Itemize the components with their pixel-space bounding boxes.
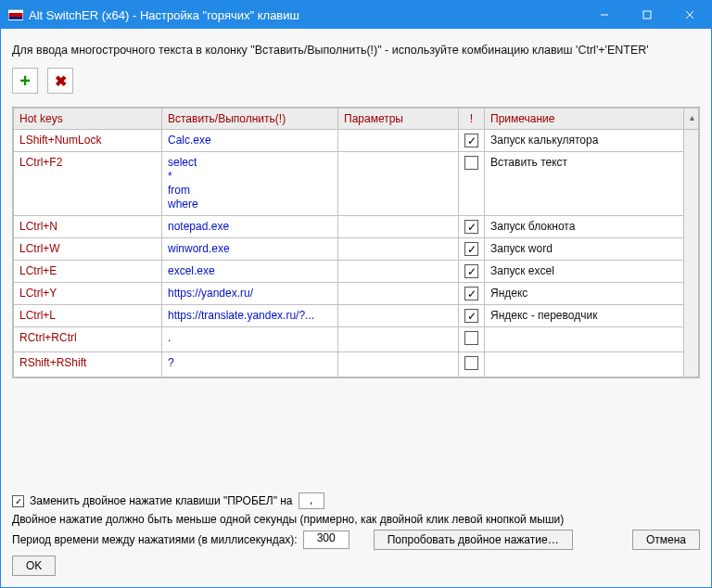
maximize-button[interactable] [626, 1, 668, 29]
vertical-scrollbar[interactable] [684, 130, 699, 377]
cell-insert[interactable]: https://yandex.ru/ [162, 283, 338, 305]
bang-checkbox[interactable] [464, 220, 478, 234]
cell-hotkey[interactable]: LCtrl+W [14, 238, 162, 261]
cell-insert[interactable]: Calc.exe [162, 130, 338, 152]
table-row[interactable]: LCtrl+Nnotepad.exeЗапуск блокнота [14, 216, 699, 238]
col-note[interactable]: Примечание [485, 109, 684, 130]
plus-icon: + [19, 70, 31, 92]
cell-note[interactable]: Яндекс - переводчик [485, 305, 684, 327]
cell-hotkey[interactable]: LShift+NumLock [14, 130, 162, 152]
cell-note[interactable]: Запуск калькулятора [485, 130, 684, 152]
cell-params[interactable] [338, 352, 459, 377]
cell-params[interactable] [338, 130, 459, 152]
close-button[interactable] [668, 1, 711, 29]
col-insert[interactable]: Вставить/Выполнить(!) [162, 109, 338, 130]
cell-note[interactable]: Запуск блокнота [485, 216, 684, 238]
cell-bang[interactable] [459, 283, 485, 305]
cell-insert[interactable]: select * from where [162, 152, 338, 216]
bang-checkbox[interactable] [464, 356, 478, 370]
cell-bang[interactable] [459, 130, 485, 152]
col-hotkeys[interactable]: Hot keys [14, 109, 162, 130]
bang-checkbox[interactable] [464, 287, 478, 300]
instruction-text: Для ввода многострочного текста в колонк… [12, 44, 700, 57]
cell-params[interactable] [338, 216, 459, 238]
bottom-panel: Заменить двойное нажатие клавиши "ПРОБЕЛ… [12, 481, 700, 576]
cell-insert[interactable]: ? [162, 352, 338, 377]
cell-params[interactable] [338, 305, 459, 327]
bang-checkbox[interactable] [464, 264, 478, 278]
replace-space-checkbox[interactable] [12, 495, 24, 507]
minimize-button[interactable] [583, 1, 626, 29]
try-double-press-button[interactable]: Попробовать двойное нажатие… [374, 530, 573, 550]
cell-bang[interactable] [459, 327, 485, 352]
cell-note[interactable]: Вставить текст [485, 152, 684, 216]
cell-params[interactable] [338, 152, 459, 216]
cell-note[interactable]: Яндекс [485, 283, 684, 305]
cell-bang[interactable] [459, 352, 485, 377]
cell-hotkey[interactable]: RCtrl+RCtrl [14, 327, 162, 352]
cell-insert[interactable]: . [162, 327, 338, 352]
add-button[interactable]: + [12, 68, 38, 94]
bang-checkbox[interactable] [464, 309, 478, 323]
cell-params[interactable] [338, 327, 459, 352]
cell-bang[interactable] [459, 305, 485, 327]
replace-space-input[interactable]: , [299, 492, 324, 509]
chevron-up-icon: ▴ [690, 112, 693, 122]
bang-checkbox[interactable] [464, 134, 478, 147]
table-row[interactable]: LCtrl+Wwinword.exeЗапуск word [14, 238, 699, 261]
cell-note[interactable]: Запуск word [485, 238, 684, 261]
table-row[interactable]: RCtrl+RCtrl. [14, 327, 699, 352]
ok-button[interactable]: OK [12, 556, 56, 576]
cell-bang[interactable] [459, 216, 485, 238]
cancel-button[interactable]: Отмена [632, 530, 700, 550]
scrollbar-head[interactable]: ▴ [684, 109, 699, 130]
cell-hotkey[interactable]: LCtrl+L [14, 305, 162, 327]
delete-button[interactable]: ✖ [47, 68, 73, 94]
cell-params[interactable] [338, 283, 459, 305]
table-row[interactable]: LCtrl+Eexcel.exeЗапуск excel [14, 261, 699, 283]
col-params[interactable]: Параметры [338, 109, 459, 130]
cell-params[interactable] [338, 261, 459, 283]
col-bang[interactable]: ! [459, 109, 485, 130]
cell-note[interactable] [485, 327, 684, 352]
period-input[interactable]: 300 [303, 530, 350, 549]
period-label: Период времени между нажатиями (в миллис… [12, 533, 298, 546]
bang-checkbox[interactable] [464, 156, 478, 170]
table-row[interactable]: LCtrl+Lhttps://translate.yandex.ru/?...Я… [14, 305, 699, 327]
cell-hotkey[interactable]: RShift+RShift [14, 352, 162, 377]
cell-bang[interactable] [459, 152, 485, 216]
toolbar: + ✖ [12, 68, 700, 94]
flag-icon [8, 9, 23, 20]
bang-checkbox[interactable] [464, 331, 478, 345]
svg-rect-1 [643, 11, 651, 19]
cell-insert[interactable]: notepad.exe [162, 216, 338, 238]
replace-space-label: Заменить двойное нажатие клавиши "ПРОБЕЛ… [30, 494, 293, 507]
table-row[interactable]: RShift+RShift? [14, 352, 699, 377]
cell-hotkey[interactable]: LCtrl+E [14, 261, 162, 283]
cell-insert[interactable]: https://translate.yandex.ru/?... [162, 305, 338, 327]
grid-header-row: Hot keys Вставить/Выполнить(!) Параметры… [14, 109, 699, 130]
cell-insert[interactable]: winword.exe [162, 238, 338, 261]
table-row[interactable]: LShift+NumLockCalc.exeЗапуск калькулятор… [14, 130, 699, 152]
hotkey-grid[interactable]: Hot keys Вставить/Выполнить(!) Параметры… [12, 107, 700, 378]
cell-insert[interactable]: excel.exe [162, 261, 338, 283]
double-press-note: Двойное нажатие должно быть меньше одной… [12, 513, 564, 526]
cell-note[interactable] [485, 352, 684, 377]
cell-note[interactable]: Запуск excel [485, 261, 684, 283]
cell-bang[interactable] [459, 261, 485, 283]
delete-icon: ✖ [55, 72, 67, 90]
titlebar: Alt SwitchER (x64) - Настройка "горячих"… [1, 1, 711, 29]
cell-hotkey[interactable]: LCtrl+F2 [14, 152, 162, 216]
cell-params[interactable] [338, 238, 459, 261]
window-title: Alt SwitchER (x64) - Настройка "горячих"… [29, 8, 583, 22]
table-row[interactable]: LCtrl+F2select * from whereВставить текс… [14, 152, 699, 216]
bang-checkbox[interactable] [464, 242, 478, 256]
cell-bang[interactable] [459, 238, 485, 261]
table-row[interactable]: LCtrl+Yhttps://yandex.ru/Яндекс [14, 283, 699, 305]
cell-hotkey[interactable]: LCtrl+Y [14, 283, 162, 305]
cell-hotkey[interactable]: LCtrl+N [14, 216, 162, 238]
